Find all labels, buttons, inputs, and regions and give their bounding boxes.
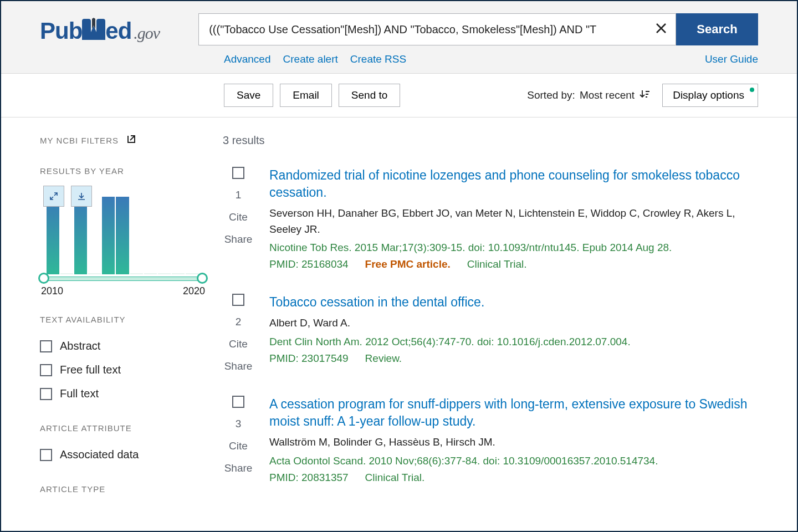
result-number: 1 [236, 189, 242, 201]
result-title[interactable]: Randomized trial of nicotine lozenges an… [269, 167, 758, 201]
search-button[interactable]: Search [676, 13, 758, 45]
chart-bar[interactable] [130, 273, 143, 274]
filter-item[interactable]: Free full text [40, 358, 206, 382]
header-top: Pub ed .gov Search [40, 13, 758, 45]
send-to-button[interactable]: Send to [339, 84, 401, 107]
logo-gov: .gov [134, 24, 160, 43]
chart-bar[interactable] [74, 197, 87, 274]
text-availability-title: TEXT AVAILABILITY [40, 315, 206, 324]
chart-bar[interactable] [172, 273, 185, 274]
attribute-filters: Associated data [40, 443, 206, 467]
slider-handle-left[interactable] [38, 273, 49, 284]
share-button[interactable]: Share [224, 462, 253, 474]
result-authors: Severson HH, Danaher BG, Ebbert JO, van … [269, 206, 758, 237]
sorted-by-value: Most recent [580, 89, 635, 101]
create-rss-link[interactable]: Create RSS [350, 53, 406, 65]
result-title[interactable]: A cessation program for snuff-dippers wi… [269, 396, 758, 430]
logo[interactable]: Pub ed .gov [40, 14, 160, 44]
toolbar-right: Sorted by: Most recent Display options [527, 84, 758, 107]
share-button[interactable]: Share [224, 233, 253, 245]
chart-bar[interactable] [60, 273, 73, 274]
user-guide-link[interactable]: User Guide [705, 53, 758, 65]
sorted-by-label: Sorted by: [527, 89, 575, 101]
results-list: 1CiteShareRandomized trial of nicotine l… [223, 167, 758, 484]
filter-label: Full text [60, 387, 99, 400]
filter-item[interactable]: Full text [40, 382, 206, 406]
cite-button[interactable]: Cite [229, 440, 248, 452]
result-tag: Clinical Trial. [467, 258, 527, 270]
filter-checkbox[interactable] [40, 340, 52, 352]
result-checkbox[interactable] [232, 396, 244, 408]
result-authors: Wallström M, Bolinder G, Hassèus B, Hirs… [269, 434, 758, 451]
toolbar: Save Email Send to Sorted by: Most recen… [1, 74, 797, 117]
sorted-by[interactable]: Sorted by: Most recent [527, 89, 650, 103]
filter-checkbox[interactable] [40, 449, 52, 461]
external-link-icon [126, 134, 136, 146]
filter-label: Associated data [60, 448, 139, 461]
header-links-left: Advanced Create alert Create RSS [224, 53, 406, 65]
result-left: 2CiteShare [223, 294, 254, 372]
result-body: Tobacco cessation in the dental office.A… [269, 294, 758, 372]
chart-bar[interactable] [47, 197, 59, 274]
result-item: 2CiteShareTobacco cessation in the denta… [223, 294, 758, 372]
result-checkbox[interactable] [232, 167, 244, 179]
save-button[interactable]: Save [224, 84, 273, 107]
cite-button[interactable]: Cite [229, 338, 248, 350]
filter-item[interactable]: Associated data [40, 443, 206, 467]
result-number: 2 [236, 316, 242, 328]
result-tag: Clinical Trial. [365, 472, 425, 484]
slider-handle-right[interactable] [197, 273, 208, 284]
header-links: Advanced Create alert Create RSS User Gu… [224, 53, 758, 65]
search-bar: Search [198, 13, 758, 45]
result-pmid: PMID: 23017549 [269, 352, 349, 365]
expand-chart-button[interactable] [43, 186, 64, 207]
result-free-pmc: Free PMC article. [365, 258, 451, 270]
chart-bar[interactable] [88, 273, 101, 274]
cite-button[interactable]: Cite [229, 211, 248, 223]
chart-bar[interactable] [116, 197, 129, 274]
chart-bar[interactable] [186, 273, 198, 274]
text-availability-section: TEXT AVAILABILITY AbstractFree full text… [40, 315, 206, 406]
share-button[interactable]: Share [224, 360, 253, 372]
filter-checkbox[interactable] [40, 388, 52, 400]
display-options-button[interactable]: Display options [662, 84, 758, 107]
chart-bar[interactable] [102, 197, 115, 274]
results: 3 results 1CiteShareRandomized trial of … [223, 134, 758, 507]
filter-label: Abstract [60, 340, 100, 352]
result-title[interactable]: Tobacco cessation in the dental office. [269, 294, 758, 311]
search-input[interactable] [198, 13, 646, 45]
download-chart-button[interactable] [71, 186, 92, 207]
ncbi-filters[interactable]: MY NCBI FILTERS [40, 134, 206, 146]
result-tag: Review. [365, 352, 402, 365]
result-item: 3CiteShareA cessation program for snuff-… [223, 396, 758, 484]
email-button[interactable]: Email [280, 84, 332, 107]
result-citation: Dent Clin North Am. 2012 Oct;56(4):747-7… [269, 336, 758, 348]
toolbar-left: Save Email Send to [224, 84, 400, 107]
ncbi-filters-label: MY NCBI FILTERS [40, 136, 119, 145]
close-icon [655, 21, 667, 38]
clear-search-button[interactable] [646, 13, 676, 45]
filter-checkbox[interactable] [40, 364, 52, 376]
result-authors: Albert D, Ward A. [269, 315, 758, 331]
result-pmid: PMID: 20831357 [269, 472, 349, 484]
filter-item[interactable]: Abstract [40, 334, 206, 358]
header: Pub ed .gov Search Advanced Create alert [1, 1, 797, 74]
logo-pub: Pub [40, 18, 82, 44]
result-pmid: PMID: 25168034 [269, 258, 349, 270]
result-checkbox[interactable] [232, 294, 244, 306]
chart-bar[interactable] [144, 273, 157, 274]
year-slider[interactable] [41, 277, 205, 281]
main: MY NCBI FILTERS RESULTS BY YEAR 2010 [1, 117, 797, 507]
logo-ed: ed [105, 18, 131, 44]
create-alert-link[interactable]: Create alert [283, 53, 338, 65]
advanced-link[interactable]: Advanced [224, 53, 271, 65]
result-number: 3 [236, 418, 242, 430]
article-type-section: ARTICLE TYPE [40, 484, 206, 494]
year-chart: 2010 2020 [40, 186, 206, 297]
chart-bar[interactable] [158, 273, 171, 274]
result-left: 1CiteShare [223, 167, 254, 270]
article-attribute-section: ARTICLE ATTRIBUTE Associated data [40, 423, 206, 467]
year-labels: 2010 2020 [40, 285, 206, 297]
result-item: 1CiteShareRandomized trial of nicotine l… [223, 167, 758, 270]
sidebar: MY NCBI FILTERS RESULTS BY YEAR 2010 [40, 134, 206, 507]
